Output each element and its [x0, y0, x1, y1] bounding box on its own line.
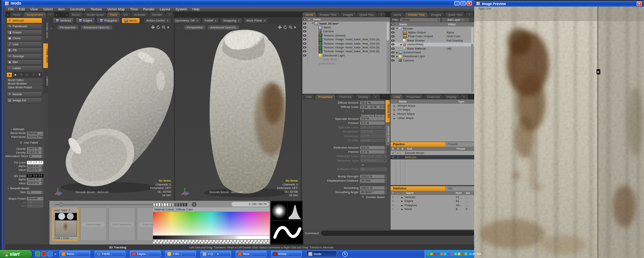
- pipeline-row[interactable]: ✔ • Smooth Brush: [391, 151, 474, 155]
- quick-launch-overflow-icon[interactable]: »: [54, 252, 56, 256]
- menu-item[interactable]: Time: [127, 7, 140, 11]
- start-button[interactable]: start: [0, 250, 32, 258]
- taskbar-task-button[interactable]: modo: [306, 251, 337, 257]
- visibility-eye-icon[interactable]: [391, 43, 394, 45]
- visibility-eye-icon[interactable]: [391, 55, 394, 57]
- pipeline-row[interactable]: ✔ • Airbrush: [391, 155, 474, 159]
- property-field[interactable]: 0.78 0.78 0.78: [360, 105, 387, 109]
- menu-item[interactable]: Help: [190, 7, 202, 11]
- visibility-eye-icon[interactable]: [391, 31, 394, 33]
- expand-caret-icon[interactable]: ▶: [400, 196, 404, 198]
- menu-item[interactable]: File: [5, 7, 16, 11]
- tab-scroll-right-icon[interactable]: ▸: [55, 12, 59, 17]
- image-clip-cell[interactable]: (load image) (load image): [80, 207, 107, 241]
- viewport-flyout-icon[interactable]: [294, 25, 297, 29]
- tray-icon[interactable]: [454, 253, 457, 255]
- smooth-brush-header[interactable]: Smooth Brush: [5, 187, 43, 190]
- expand-caret-icon[interactable]: ▶: [393, 112, 396, 115]
- shader-tree-row[interactable]: ▶ Directional Light: [391, 55, 474, 58]
- items-tree-row[interactable]: ▼ head_06.lwo*: [302, 22, 390, 25]
- color-swatch[interactable]: [153, 203, 155, 207]
- visibility-eye-icon[interactable]: [391, 28, 394, 30]
- tool-button[interactable]: ✳ Nozzle: [7, 91, 42, 97]
- brush-stroke-preview[interactable]: [271, 221, 302, 243]
- taskbar-extra-icon[interactable]: ↻: [342, 251, 348, 257]
- expand-caret-icon[interactable]: ▶: [393, 104, 396, 107]
- tab-scroll-left-icon[interactable]: ◂: [5, 12, 10, 17]
- shader-scrollbar[interactable]: [471, 27, 473, 92]
- color-swatch[interactable]: [166, 203, 169, 207]
- property-field[interactable]: Full Scene: [360, 159, 387, 162]
- zoom-icon[interactable]: [289, 25, 292, 29]
- taskbar-task-button[interactable]: Real ...: [236, 251, 266, 257]
- layer-effect[interactable]: Alpha: [447, 31, 454, 34]
- visible-dot-icon[interactable]: •: [396, 151, 400, 155]
- menu-item[interactable]: View: [28, 7, 40, 11]
- property-field[interactable]: Conserve Energy: [360, 109, 387, 113]
- shader-tree-row[interactable]: ▶ Environment: [391, 50, 474, 54]
- collapse-minus-icon[interactable]: -: [395, 203, 400, 207]
- panel-tab[interactable]: Shader Tree: [317, 12, 340, 17]
- brush-tip-button[interactable]: ●: [7, 72, 12, 78]
- selection-mode-button[interactable]: Polygons: [97, 18, 120, 23]
- bg-color-field[interactable]: 0.0 0.0 0.0: [27, 174, 43, 178]
- color-swatch[interactable]: [158, 203, 161, 207]
- property-field[interactable]: 64: [360, 167, 387, 171]
- tray-icon[interactable]: [437, 253, 440, 255]
- collapse-minus-icon[interactable]: -: [395, 199, 400, 203]
- panel-tab[interactable]: Items: [391, 12, 404, 17]
- panel-tab[interactable]: Channels: [336, 94, 355, 99]
- expand-plus-icon[interactable]: +: [391, 207, 395, 211]
- visibility-eye-icon[interactable]: [303, 50, 306, 52]
- value-gradient-bar[interactable]: [153, 236, 269, 239]
- property-field[interactable]: Blurry Reflection: [360, 163, 387, 167]
- image-clip-cell[interactable]: (load sequence) (load sequence): [108, 207, 135, 241]
- selection-mode-button[interactable]: Items: [122, 18, 140, 23]
- tool-button[interactable]: ✐ Airbrush: [7, 18, 42, 23]
- expand-caret-icon[interactable]: ▶: [396, 51, 399, 54]
- alpha-checker-bar[interactable]: [153, 240, 269, 243]
- minimize-button[interactable]: _: [454, 1, 460, 5]
- panel-tab[interactable]: Images: [340, 12, 356, 17]
- menu-item[interactable]: Geometry: [67, 7, 88, 11]
- layout-tab[interactable]: Tools: [10, 12, 23, 17]
- statistics-title[interactable]: Statistics: [391, 186, 445, 191]
- color-swatch[interactable]: [161, 203, 163, 207]
- layout-tab[interactable]: +: [166, 12, 174, 17]
- viewport-projection-button[interactable]: Perspective: [57, 25, 79, 30]
- layout-tab[interactable]: +: [46, 12, 54, 17]
- color-swatch[interactable]: [169, 203, 171, 207]
- pipeline-presets-tab[interactable]: Presets: [445, 142, 474, 147]
- blend-mode-dropdown[interactable]: Normal: [27, 132, 43, 135]
- tool-button[interactable]: ▤ Image Ink: [7, 98, 42, 103]
- lists-row[interactable]: ▶ UV Maps: [391, 108, 474, 112]
- tool-button[interactable]: ✏ Smudge: [7, 53, 42, 59]
- panel-tab[interactable]: Properties: [403, 94, 423, 99]
- use-falloff-checkbox[interactable]: [19, 141, 23, 144]
- lists-row[interactable]: ▶ Other Maps: [391, 116, 474, 120]
- menu-item[interactable]: System: [173, 7, 190, 11]
- layout-tab[interactable]: Render: [149, 12, 165, 17]
- expand-caret-icon[interactable]: ▶: [400, 200, 404, 202]
- pipeline-title[interactable]: Pipeline: [391, 142, 445, 147]
- taskbar-task-button[interactable]: 2 Q...: [200, 251, 231, 257]
- panel-tab[interactable]: Images: [428, 12, 444, 17]
- tool-button[interactable]: ◌ Lasso: [7, 65, 42, 71]
- preview-close-button[interactable]: ✕: [637, 2, 642, 6]
- expand-plus-icon[interactable]: +: [391, 195, 395, 199]
- expand-plus-icon[interactable]: +: [391, 203, 395, 207]
- property-field[interactable]: 100.0 %: [360, 186, 387, 190]
- toolbar-dropdown[interactable]: Action Center: [144, 18, 171, 23]
- items-tree-row[interactable]: (new item): [302, 58, 390, 61]
- toolbar-dropdown[interactable]: Snapping: [220, 18, 242, 23]
- paint-mode-dropdown[interactable]: Normal Proj ...: [27, 135, 43, 139]
- layout-tab[interactable]: Animate: [131, 12, 148, 17]
- selection-mode-button[interactable]: Vertices: [53, 18, 74, 23]
- statistics-row[interactable]: + - ▶ Edges 61... ...: [391, 199, 474, 203]
- visibility-eye-icon[interactable]: [303, 55, 306, 56]
- brush-tip-button[interactable]: ✧: [31, 72, 36, 78]
- tray-icon[interactable]: [447, 253, 450, 255]
- quick-launch-icon[interactable]: [35, 251, 40, 256]
- tool-button[interactable]: ╱ Line: [7, 41, 42, 47]
- panel-tab[interactable]: Lists: [302, 94, 315, 99]
